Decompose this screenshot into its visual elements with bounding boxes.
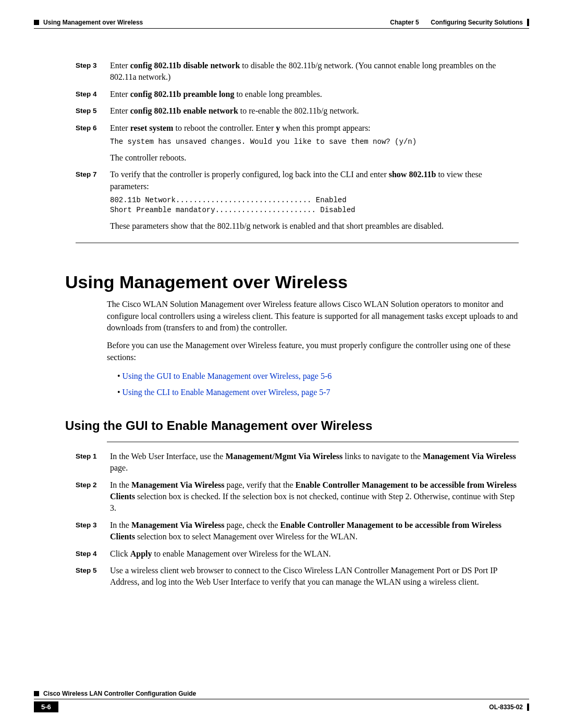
- link-list: Using the GUI to Enable Management over …: [117, 368, 519, 400]
- step-row: Step 3 In the Management Via Wireless pa…: [76, 520, 519, 543]
- footer-marker-icon: [34, 691, 39, 696]
- step-label: Step 7: [76, 169, 101, 232]
- step-note: The controller reboots.: [110, 152, 519, 164]
- section-heading: Using Management over Wireless: [65, 272, 529, 292]
- page-header: Using Management over Wireless Chapter 5…: [34, 16, 529, 29]
- doc-id: OL-8335-02: [489, 704, 523, 711]
- step-row: Step 7 To verify that the controller is …: [76, 169, 519, 232]
- intro-paragraph: Before you can use the Management over W…: [107, 340, 519, 363]
- steps-block-b: Step 1 In the Web User Interface, use th…: [76, 451, 519, 588]
- list-item: Using the GUI to Enable Management over …: [117, 368, 519, 384]
- page-number-badge: 5-6: [34, 701, 58, 712]
- code-block: 802.11b Network.........................…: [110, 195, 519, 215]
- steps-block-a: Step 3 Enter config 802.11b disable netw…: [76, 60, 519, 232]
- footer-rule: [34, 699, 529, 699]
- step-row: Step 3 Enter config 802.11b disable netw…: [76, 60, 519, 83]
- step-body: In the Web User Interface, use the Manag…: [110, 451, 519, 474]
- step-body: Enter reset system to reboot the control…: [110, 122, 519, 164]
- list-item: Using the CLI to Enable Management over …: [117, 385, 519, 400]
- step-body: Click Apply to enable Management over Wi…: [110, 548, 519, 560]
- step-row: Step 5 Use a wireless client web browser…: [76, 565, 519, 588]
- header-chapter: Chapter 5: [390, 19, 419, 26]
- code-block: The system has unsaved changes. Would yo…: [110, 137, 519, 147]
- subsection-heading: Using the GUI to Enable Management over …: [65, 418, 529, 433]
- page-footer: Cisco Wireless LAN Controller Configurat…: [34, 690, 529, 712]
- header-marker-icon: [34, 20, 39, 25]
- step-body: Enter config 802.11b preamble long to en…: [110, 89, 519, 100]
- step-label: Step 3: [76, 60, 101, 83]
- section-divider: [76, 242, 519, 243]
- section-divider: [107, 441, 519, 442]
- footer-guide-title: Cisco Wireless LAN Controller Configurat…: [43, 690, 196, 697]
- step-body: Use a wireless client web browser to con…: [110, 565, 519, 588]
- footer-bar-icon: [527, 704, 529, 711]
- step-label: Step 5: [76, 565, 101, 588]
- step-label: Step 6: [76, 122, 101, 164]
- step-body: In the Management Via Wireless page, ver…: [110, 479, 519, 514]
- step-body: Enter config 802.11b disable network to …: [110, 60, 519, 83]
- step-label: Step 1: [76, 451, 101, 474]
- step-label: Step 5: [76, 105, 101, 117]
- intro-paragraph: The Cisco WLAN Solution Management over …: [107, 299, 519, 334]
- step-label: Step 2: [76, 479, 101, 514]
- step-body: To verify that the controller is properl…: [110, 169, 519, 232]
- header-rule: [34, 28, 529, 29]
- cross-ref-link[interactable]: Using the GUI to Enable Management over …: [123, 372, 332, 380]
- header-bar-icon: [527, 19, 529, 26]
- step-row: Step 5 Enter config 802.11b enable netwo…: [76, 105, 519, 117]
- step-row: Step 6 Enter reset system to reboot the …: [76, 122, 519, 164]
- step-label: Step 4: [76, 89, 101, 100]
- step-note: These parameters show that the 802.11b/g…: [110, 220, 519, 232]
- cross-ref-link[interactable]: Using the CLI to Enable Management over …: [123, 388, 331, 397]
- step-row: Step 4 Enter config 802.11b preamble lon…: [76, 89, 519, 100]
- header-section-title: Using Management over Wireless: [43, 19, 143, 26]
- step-row: Step 1 In the Web User Interface, use th…: [76, 451, 519, 474]
- step-row: Step 4 Click Apply to enable Management …: [76, 548, 519, 560]
- step-label: Step 3: [76, 520, 101, 543]
- step-body: Enter config 802.11b enable network to r…: [110, 105, 519, 117]
- step-body: In the Management Via Wireless page, che…: [110, 520, 519, 543]
- step-row: Step 2 In the Management Via Wireless pa…: [76, 479, 519, 514]
- header-chapter-title: Configuring Security Solutions: [431, 19, 523, 26]
- step-label: Step 4: [76, 548, 101, 560]
